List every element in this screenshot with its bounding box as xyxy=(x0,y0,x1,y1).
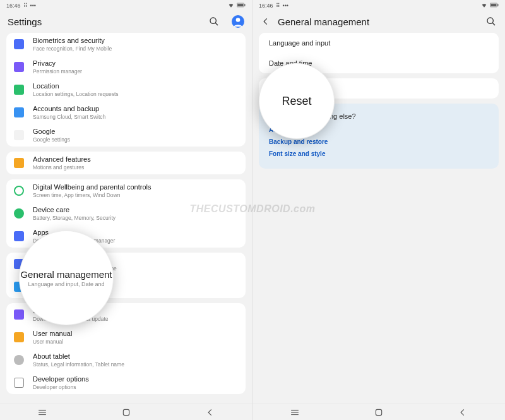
battery-icon xyxy=(490,2,499,9)
settings-item[interactable]: Biometrics and securityFace recognition,… xyxy=(6,33,246,56)
settings-group: Advanced featuresMotions and gestures xyxy=(6,152,246,174)
item-title: Accounts and backup xyxy=(33,104,238,113)
header: General management xyxy=(252,11,505,33)
item-title: Advanced features xyxy=(33,155,238,164)
item-subtitle: Battery, Storage, Memory, Security xyxy=(33,215,238,222)
settings-item[interactable]: About tabletStatus, Legal information, T… xyxy=(6,349,246,371)
magnifier-title: General management xyxy=(20,269,112,280)
suggestion-backup[interactable]: Backup and restore xyxy=(269,138,489,145)
accounts-icon xyxy=(14,107,24,117)
settings-item[interactable]: Advanced featuresMotions and gestures xyxy=(6,152,246,174)
nav-bar xyxy=(252,404,505,420)
settings-item[interactable]: GoogleGoogle settings xyxy=(6,124,246,147)
svg-point-3 xyxy=(210,18,216,23)
settings-list: Biometrics and securityFace recognition,… xyxy=(0,33,252,404)
item-subtitle: Screen time, App timers, Wind Down xyxy=(33,192,238,199)
app-grid-icon: ⠿ xyxy=(276,3,280,9)
advanced-icon xyxy=(14,158,24,168)
svg-rect-19 xyxy=(376,409,381,415)
settings-item[interactable]: PrivacyPermission manager xyxy=(6,56,246,78)
wellbeing-icon xyxy=(14,186,24,196)
item-title: About tablet xyxy=(33,352,238,361)
search-icon[interactable] xyxy=(208,15,220,28)
item-title: User manual xyxy=(33,329,238,338)
nav-home[interactable] xyxy=(114,408,139,417)
magnifier-title: Reset xyxy=(282,95,311,108)
svg-rect-10 xyxy=(123,409,129,415)
status-time: 16:46 xyxy=(259,3,273,9)
nav-recents[interactable] xyxy=(30,408,55,417)
svg-line-4 xyxy=(215,23,218,25)
magnifier-general-management: General management Language and input, D… xyxy=(19,231,114,325)
item-subtitle: Samsung Cloud, Smart Switch xyxy=(33,114,238,121)
back-button[interactable] xyxy=(260,16,271,27)
app-grid-icon: ⠿ xyxy=(23,3,28,9)
settings-item[interactable]: LocationLocation settings, Location requ… xyxy=(6,78,246,101)
more-icon: ••• xyxy=(30,3,36,9)
settings-item[interactable]: User manualUser manual xyxy=(6,326,246,349)
apps-icon xyxy=(14,231,24,241)
about-icon xyxy=(14,355,24,365)
page-title: General management xyxy=(278,16,369,27)
header: Settings xyxy=(0,11,252,33)
status-bar: 16:46 ⠿ ••• xyxy=(0,0,252,11)
item-title: Privacy xyxy=(33,59,238,68)
gm-item-language[interactable]: Language and input xyxy=(259,33,499,53)
more-icon: ••• xyxy=(283,3,288,9)
item-title: Google xyxy=(33,127,238,136)
item-title: Biometrics and security xyxy=(33,36,238,45)
nav-home[interactable] xyxy=(366,408,391,417)
search-icon[interactable] xyxy=(485,15,497,28)
nav-bar xyxy=(0,404,252,420)
update-icon xyxy=(14,309,24,320)
svg-rect-1 xyxy=(244,4,245,6)
item-title: Developer options xyxy=(33,375,238,383)
nav-back[interactable] xyxy=(450,408,475,417)
status-time: 16:46 xyxy=(6,3,21,9)
item-title: Digital Wellbeing and parental controls xyxy=(33,183,238,191)
svg-line-15 xyxy=(492,23,495,25)
item-subtitle: Face recognition, Find My Mobile xyxy=(33,45,238,52)
item-subtitle: Developer options xyxy=(33,384,238,391)
svg-rect-2 xyxy=(237,4,243,6)
settings-item[interactable]: Digital Wellbeing and parental controlsS… xyxy=(6,179,246,202)
manual-icon xyxy=(14,332,24,342)
item-subtitle: Permission manager xyxy=(33,68,238,75)
settings-item[interactable]: Device careBattery, Storage, Memory, Sec… xyxy=(6,202,246,225)
settings-group: Biometrics and securityFace recognition,… xyxy=(6,33,246,147)
settings-item[interactable]: Accounts and backupSamsung Cloud, Smart … xyxy=(6,101,246,124)
wifi-icon xyxy=(228,2,234,9)
settings-screen: 16:46 ⠿ ••• Settings Biom xyxy=(0,0,252,420)
nav-recents[interactable] xyxy=(282,408,307,417)
svg-point-14 xyxy=(487,18,493,23)
svg-point-6 xyxy=(236,18,241,22)
item-title: Location xyxy=(33,81,238,90)
item-subtitle: Motions and gestures xyxy=(33,164,238,171)
shield-icon xyxy=(14,39,24,49)
settings-item[interactable]: Developer optionsDeveloper options xyxy=(6,371,246,394)
svg-rect-12 xyxy=(497,4,498,6)
magnifier-reset: Reset xyxy=(259,63,335,139)
item-title: Device care xyxy=(33,205,238,214)
account-icon[interactable] xyxy=(232,15,244,28)
battery-icon xyxy=(237,2,246,9)
privacy-icon xyxy=(14,62,24,72)
item-subtitle: Location settings, Location requests xyxy=(33,91,238,98)
magnifier-sub: Language and input, Date and xyxy=(28,281,104,287)
wifi-icon xyxy=(481,2,487,9)
item-subtitle: Status, Legal information, Tablet name xyxy=(33,361,238,368)
svg-rect-13 xyxy=(490,4,496,6)
page-title: Settings xyxy=(8,16,42,27)
google-icon xyxy=(14,130,24,140)
location-icon xyxy=(14,85,24,95)
nav-back[interactable] xyxy=(198,408,223,417)
device-icon xyxy=(14,208,24,219)
suggestion-font[interactable]: Font size and style xyxy=(269,150,489,157)
item-subtitle: Google settings xyxy=(33,136,238,143)
status-bar: 16:46 ⠿ ••• xyxy=(252,0,505,11)
dev-icon xyxy=(14,378,24,388)
item-subtitle: User manual xyxy=(33,339,238,345)
